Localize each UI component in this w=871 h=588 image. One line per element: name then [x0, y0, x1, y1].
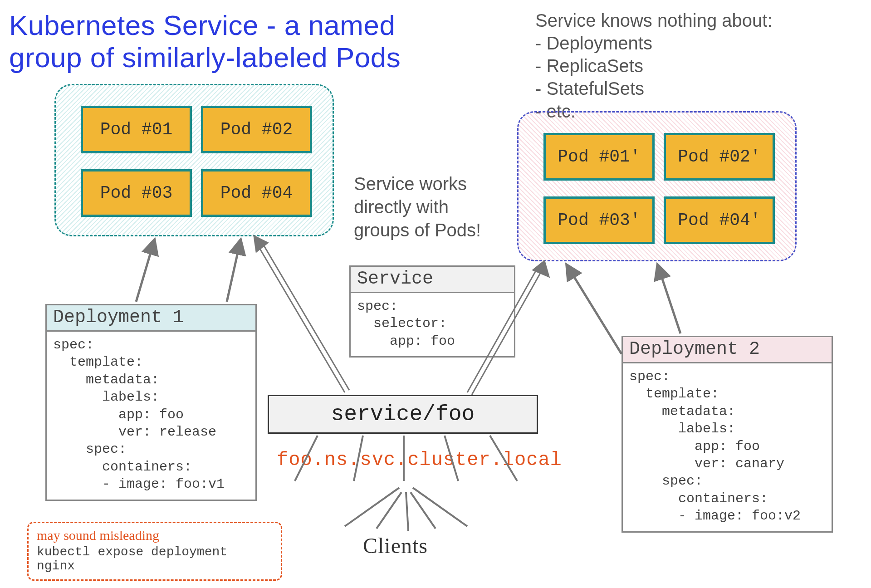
service-spec-title: Service	[351, 267, 514, 293]
pod-box: Pod #02'	[664, 133, 775, 181]
knows-nothing-heading: Service knows nothing about:	[535, 9, 773, 32]
pod-group-2: Pod #01' Pod #02' Pod #03' Pod #04'	[517, 111, 797, 261]
svg-line-4	[256, 243, 345, 392]
pod-box: Pod #02	[201, 106, 312, 153]
svg-line-3	[658, 265, 680, 333]
svg-line-17	[406, 492, 408, 531]
middle-note: Service works directly with groups of Po…	[354, 172, 517, 242]
title-line-1: Kubernetes Service - a named	[9, 10, 395, 41]
svg-line-18	[411, 492, 436, 529]
svg-marker-9	[533, 261, 549, 277]
pod-box: Pod #01'	[543, 133, 655, 181]
misleading-line-2: kubectl expose deployment nginx	[37, 545, 273, 573]
clients-label: Clients	[363, 533, 428, 558]
deployment-1-body: spec: template: metadata: labels: app: f…	[47, 332, 255, 500]
deployment-1-box: Deployment 1 spec: template: metadata: l…	[45, 304, 257, 501]
deployment-2-box: Deployment 2 spec: template: metadata: l…	[621, 336, 833, 533]
pod-box: Pod #03	[81, 169, 192, 217]
knows-nothing-note: Service knows nothing about: - Deploymen…	[535, 9, 773, 122]
knows-nothing-item: - Deployments	[535, 32, 773, 54]
diagram-title: Kubernetes Service - a named group of si…	[9, 9, 401, 74]
misleading-note: may sound misleading kubectl expose depl…	[27, 522, 282, 581]
svg-line-15	[345, 488, 399, 526]
service-spec-box: Service spec: selector: app: foo	[349, 265, 515, 358]
misleading-line-1: may sound misleading	[37, 528, 273, 543]
svg-line-19	[413, 488, 467, 526]
deployment-2-title: Deployment 2	[623, 337, 832, 363]
service-dns: foo.ns.svc.cluster.local	[277, 449, 562, 471]
service-name-box: service/foo	[268, 395, 538, 434]
deployment-1-title: Deployment 1	[47, 305, 255, 332]
pod-box: Pod #04'	[664, 196, 775, 244]
svg-line-0	[136, 240, 154, 302]
pod-box: Pod #03'	[543, 196, 655, 244]
svg-line-2	[567, 265, 621, 354]
knows-nothing-item: - ReplicaSets	[535, 54, 773, 77]
svg-line-16	[377, 492, 401, 529]
service-spec-body: spec: selector: app: foo	[351, 293, 514, 356]
title-line-2: group of similarly-labeled Pods	[9, 42, 401, 73]
svg-line-5	[261, 240, 349, 390]
deployment-2-body: spec: template: metadata: labels: app: f…	[623, 363, 832, 531]
svg-marker-6	[254, 236, 268, 252]
knows-nothing-item: - StatefulSets	[535, 77, 773, 100]
pod-group-1: Pod #01 Pod #02 Pod #03 Pod #04	[54, 84, 334, 236]
pod-box: Pod #04	[201, 169, 312, 217]
pod-box: Pod #01	[81, 106, 192, 153]
svg-line-1	[227, 240, 240, 302]
